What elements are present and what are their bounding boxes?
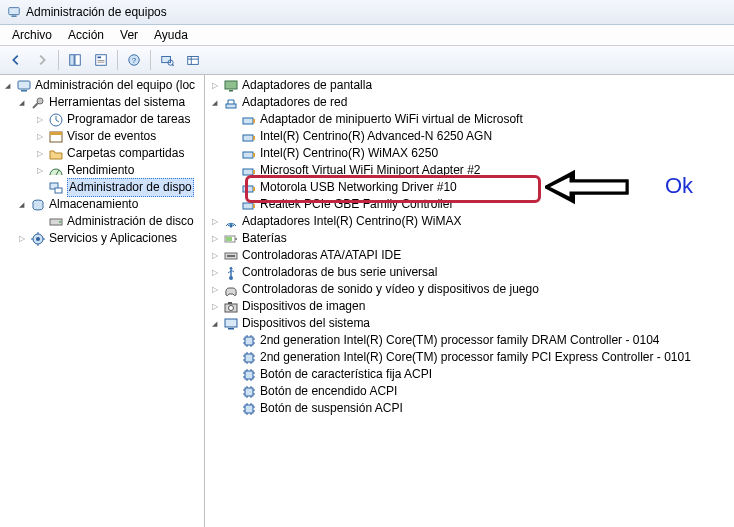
- expand-icon[interactable]: ▷: [34, 114, 45, 125]
- collapse-icon[interactable]: ◢: [16, 97, 27, 108]
- collapse-icon[interactable]: ◢: [2, 80, 13, 91]
- tree-item[interactable]: Realtek PCIe GBE Family Controller: [205, 196, 734, 213]
- expand-icon[interactable]: ▷: [34, 131, 45, 142]
- expand-icon[interactable]: ▷: [209, 216, 220, 227]
- tools-icon: [30, 95, 46, 111]
- computer-icon: [6, 4, 22, 20]
- titlebar[interactable]: Administración de equipos: [0, 0, 734, 25]
- no-expander: [227, 114, 238, 125]
- svg-rect-41: [243, 152, 253, 158]
- right-pane[interactable]: ▷Adaptadores de pantalla◢Adaptadores de …: [205, 75, 734, 527]
- tree-item[interactable]: ▷Servicios y Aplicaciones: [0, 230, 204, 247]
- tree-item-label: Herramientas del sistema: [49, 94, 185, 111]
- tree-item[interactable]: Intel(R) Centrino(R) Advanced-N 6250 AGN: [205, 128, 734, 145]
- tree-item[interactable]: ◢Adaptadores de red: [205, 94, 734, 111]
- expand-icon[interactable]: ▷: [209, 301, 220, 312]
- tree-item[interactable]: ▷Visor de eventos: [0, 128, 204, 145]
- collapse-icon[interactable]: ◢: [16, 199, 27, 210]
- menu-help[interactable]: Ayuda: [146, 26, 196, 44]
- svg-rect-79: [245, 371, 253, 379]
- scan-hardware-button[interactable]: [155, 48, 179, 72]
- tree-item[interactable]: ◢Herramientas del sistema: [0, 94, 204, 111]
- menu-file[interactable]: Archivo: [4, 26, 60, 44]
- svg-rect-45: [243, 186, 253, 192]
- forward-button[interactable]: [30, 48, 54, 72]
- expand-icon[interactable]: ▷: [209, 250, 220, 261]
- no-expander: [227, 335, 238, 346]
- svg-rect-10: [162, 57, 171, 63]
- expand-icon[interactable]: ▷: [209, 267, 220, 278]
- tree-item[interactable]: Botón de suspensión ACPI: [205, 400, 734, 417]
- collapse-icon[interactable]: ◢: [209, 318, 220, 329]
- tree-item[interactable]: ▷Rendimiento: [0, 162, 204, 179]
- properties-button[interactable]: [89, 48, 113, 72]
- svg-rect-61: [245, 337, 253, 345]
- svg-rect-48: [253, 204, 255, 208]
- back-button[interactable]: [4, 48, 28, 72]
- chip-icon: [241, 350, 257, 366]
- tree-item[interactable]: ▷Dispositivos de imagen: [205, 298, 734, 315]
- menu-view[interactable]: Ver: [112, 26, 146, 44]
- tree-item-label: Rendimiento: [67, 162, 134, 179]
- expand-icon[interactable]: ▷: [34, 165, 45, 176]
- tree-item[interactable]: Botón de característica fija ACPI: [205, 366, 734, 383]
- tree-item[interactable]: Microsoft Virtual WiFi Miniport Adapter …: [205, 162, 734, 179]
- svg-rect-38: [253, 119, 255, 123]
- chip-icon: [241, 401, 257, 417]
- tree-item[interactable]: ▷Controladoras de sonido y vídeo y dispo…: [205, 281, 734, 298]
- svg-rect-3: [75, 55, 80, 66]
- netcard-icon: [241, 129, 257, 145]
- tree-item-label: Botón de encendido ACPI: [260, 383, 397, 400]
- expand-icon[interactable]: ▷: [34, 148, 45, 159]
- tree-item[interactable]: 2nd generation Intel(R) Core(TM) process…: [205, 349, 734, 366]
- tree-item[interactable]: ▷Adaptadores de pantalla: [205, 77, 734, 94]
- netcard-icon: [241, 112, 257, 128]
- menu-action[interactable]: Acción: [60, 26, 112, 44]
- tree-item[interactable]: Adaptador de minipuerto WiFi virtual de …: [205, 111, 734, 128]
- help-button[interactable]: ?: [122, 48, 146, 72]
- expand-icon[interactable]: ▷: [209, 284, 220, 295]
- tree-item-label: 2nd generation Intel(R) Core(TM) process…: [260, 349, 691, 366]
- tree-item-label: Intel(R) Centrino(R) Advanced-N 6250 AGN: [260, 128, 492, 145]
- expand-icon[interactable]: ▷: [209, 80, 220, 91]
- network-icon: [223, 95, 239, 111]
- svg-rect-24: [55, 188, 62, 193]
- sharedfolders-icon: [48, 146, 64, 162]
- tree-item[interactable]: ▷Controladoras ATA/ATAPI IDE: [205, 247, 734, 264]
- tree-item[interactable]: ◢Dispositivos del sistema: [205, 315, 734, 332]
- tree-item[interactable]: Botón de encendido ACPI: [205, 383, 734, 400]
- tree-item[interactable]: ▷Adaptadores Intel(R) Centrino(R) WiMAX: [205, 213, 734, 230]
- view-button[interactable]: [181, 48, 205, 72]
- tree-item[interactable]: ◢Administración del equipo (loc: [0, 77, 204, 94]
- svg-point-18: [37, 98, 43, 104]
- tree-item[interactable]: Intel(R) Centrino(R) WiMAX 6250: [205, 145, 734, 162]
- tree-item[interactable]: 2nd generation Intel(R) Core(TM) process…: [205, 332, 734, 349]
- game-icon: [223, 282, 239, 298]
- svg-rect-52: [226, 237, 232, 241]
- tree-item-label: Adaptadores Intel(R) Centrino(R) WiMAX: [242, 213, 461, 230]
- collapse-icon[interactable]: ◢: [209, 97, 220, 108]
- ide-icon: [223, 248, 239, 264]
- tree-item[interactable]: ▷Controladoras de bus serie universal: [205, 264, 734, 281]
- expand-icon[interactable]: ▷: [16, 233, 27, 244]
- tree-item[interactable]: ▷Baterías: [205, 230, 734, 247]
- tree-item[interactable]: Motorola USB Networking Driver #10: [205, 179, 734, 196]
- no-expander: [227, 148, 238, 159]
- device-tree: ▷Adaptadores de pantalla◢Adaptadores de …: [205, 75, 734, 419]
- svg-rect-40: [253, 136, 255, 140]
- tree-item[interactable]: ◢Almacenamiento: [0, 196, 204, 213]
- tree-item[interactable]: ▷Carpetas compartidas: [0, 145, 204, 162]
- tree-item[interactable]: ▷Programador de tareas: [0, 111, 204, 128]
- tree-item[interactable]: Administración de disco: [0, 213, 204, 230]
- tree-item-label: Programador de tareas: [67, 111, 190, 128]
- netcard-icon: [241, 146, 257, 162]
- expand-icon[interactable]: ▷: [209, 233, 220, 244]
- show-hide-tree-button[interactable]: [63, 48, 87, 72]
- tree-item[interactable]: Administrador de dispo: [0, 179, 204, 196]
- left-pane[interactable]: ◢Administración del equipo (loc◢Herramie…: [0, 75, 205, 527]
- netcard-icon: [241, 180, 257, 196]
- svg-rect-97: [245, 405, 253, 413]
- no-expander: [227, 131, 238, 142]
- computer-icon: [16, 78, 32, 94]
- tree-item-label: Adaptador de minipuerto WiFi virtual de …: [260, 111, 523, 128]
